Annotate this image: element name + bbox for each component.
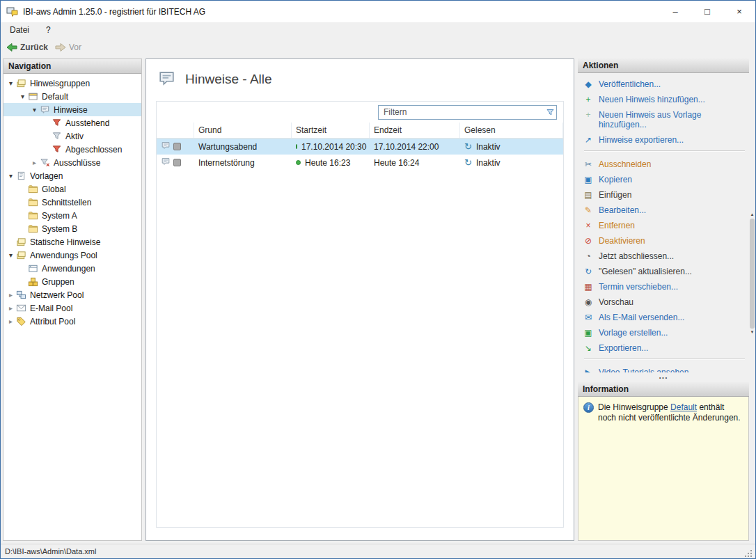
tree-item-global[interactable]: Global — [3, 182, 141, 196]
action-neuen-hinweis-hinzufügen[interactable]: +Neuen Hinweis hinzufügen... — [583, 95, 746, 104]
cell-gelesen: ↻Inaktiv — [460, 155, 563, 171]
filter-funnel-icon[interactable] — [544, 108, 556, 117]
expander-expanded-icon[interactable]: ▾ — [18, 90, 27, 103]
action-jetzt-abschliessen[interactable]: ◔Jetzt abschliessen... — [583, 251, 746, 261]
action-ausschneiden[interactable]: ✂Ausschneiden — [583, 159, 746, 169]
tree-item-label: Netzwerk Pool — [27, 290, 86, 300]
tree-item-abgeschlossen[interactable]: Abgeschlossen — [3, 143, 141, 156]
back-arrow-icon — [6, 42, 17, 52]
minimize-button[interactable]: – — [659, 1, 691, 22]
expander-collapsed-icon[interactable]: ▸ — [6, 301, 15, 315]
tree-item-label: Schnittstellen — [39, 198, 94, 207]
menu-item-help[interactable]: ? — [46, 25, 51, 35]
back-button-label: Zurück — [20, 42, 48, 52]
cell-startzeit: 17.10.2014 20:30 — [292, 139, 370, 155]
folder-icon — [27, 197, 39, 207]
tree-item-anwendungen[interactable]: Anwendungen — [3, 262, 141, 275]
filter-red-icon — [51, 144, 63, 155]
action-bearbeiten[interactable]: ✎Bearbeiten... — [583, 205, 746, 215]
tree-item-system-b[interactable]: System B — [3, 222, 141, 235]
actions-overflow[interactable]: ... — [578, 372, 749, 382]
tree-item-hinweisgruppen[interactable]: ▾Hinweisgruppen — [3, 77, 141, 90]
action-exportieren[interactable]: ↘Exportieren... — [583, 343, 746, 353]
tree-item-schnittstellen[interactable]: Schnittstellen — [3, 196, 141, 209]
expander-collapsed-icon[interactable]: ▸ — [6, 288, 15, 301]
actions-scrollbar[interactable]: ▲ ▼ — [749, 58, 755, 541]
filter-input[interactable] — [379, 107, 544, 117]
action-label: Einfügen — [599, 190, 631, 200]
expander-expanded-icon[interactable]: ▾ — [6, 249, 15, 262]
tree-item-label: E-Mail Pool — [27, 304, 75, 313]
forward-button[interactable]: Vor — [55, 42, 81, 52]
action-vorschau[interactable]: ◉Vorschau — [583, 297, 746, 307]
tree-item-label: Attribut Pool — [27, 317, 78, 326]
expander-expanded-icon[interactable]: ▾ — [6, 77, 15, 90]
navigation-tree: ▾Hinweisgruppen▾Default▾HinweiseAusstehe… — [3, 74, 141, 540]
column-header-endzeit[interactable]: Endzeit — [370, 123, 460, 138]
action-kopieren[interactable]: ▣Kopieren — [583, 175, 746, 184]
column-header-gelesen[interactable]: Gelesen — [460, 123, 563, 138]
expander-collapsed-icon[interactable]: ▸ — [6, 315, 15, 328]
action-deaktivieren[interactable]: ⊘Deaktivieren — [583, 236, 746, 246]
tree-item-vorlagen[interactable]: ▾Vorlagen — [3, 169, 141, 182]
information-text-before: Die Hinweisgruppe — [598, 402, 670, 412]
row-icons — [157, 155, 194, 171]
action-label: Neuen Hinweis aus Vorlage hinzufügen... — [599, 110, 746, 129]
publish-icon: ◆ — [583, 79, 594, 89]
action-entfernen[interactable]: ×Entfernen — [583, 221, 746, 230]
scrollbar-thumb[interactable] — [750, 219, 755, 329]
column-header-grund[interactable]: Grund — [194, 123, 292, 138]
table-row-wartungsabend[interactable]: Wartungsabend17.10.2014 20:3017.10.2014 … — [157, 139, 563, 155]
refresh-circle-icon: ↻ — [464, 157, 472, 168]
action-termin-verschieben[interactable]: ▦Termin verschieben... — [583, 282, 746, 292]
pool-icon — [15, 250, 27, 260]
tree-item-ausstehend[interactable]: Ausstehend — [3, 116, 141, 129]
tree-item-system-a[interactable]: System A — [3, 209, 141, 222]
maximize-button[interactable]: □ — [691, 1, 723, 22]
table-row-internetstörung[interactable]: InternetstörungHeute 16:23Heute 16:24↻In… — [157, 155, 563, 171]
notes-title-icon — [157, 69, 176, 90]
tree-item-ausschlüsse[interactable]: ▸Ausschlüsse — [3, 156, 141, 169]
template-icon — [15, 171, 27, 181]
tree-item-attribut-pool[interactable]: ▸Attribut Pool — [3, 315, 141, 328]
action-vorlage-erstellen[interactable]: ▣Vorlage erstellen... — [583, 328, 746, 338]
tree-item-gruppen[interactable]: Gruppen — [3, 275, 141, 288]
scroll-up-icon[interactable]: ▲ — [750, 212, 755, 218]
add-note-icon: + — [583, 95, 594, 104]
action-gelesen-aktualisieren[interactable]: ↻"Gelesen" aktualisieren... — [583, 267, 746, 276]
scroll-down-icon[interactable]: ▼ — [750, 329, 755, 336]
tree-item-statische-hinweise[interactable]: Statische Hinweise — [3, 235, 141, 249]
tree-item-default[interactable]: ▾Default — [3, 90, 141, 103]
expander-expanded-icon[interactable]: ▾ — [6, 169, 15, 182]
expander-expanded-icon[interactable]: ▾ — [30, 103, 39, 116]
tree-item-e-mail-pool[interactable]: ▸E-Mail Pool — [3, 301, 141, 315]
tree-item-label: Ausstehend — [63, 118, 112, 128]
notes-stack-icon — [15, 237, 27, 247]
tree-item-label: Gruppen — [39, 277, 77, 287]
cell-endzeit: 17.10.2014 22:00 — [370, 139, 460, 155]
tree-item-label: Aktiv — [63, 132, 86, 141]
tree-item-anwendungs-pool[interactable]: ▾Anwendungs Pool — [3, 249, 141, 262]
tree-item-hinweise[interactable]: ▾Hinweise — [3, 103, 141, 116]
column-header-icon[interactable] — [157, 123, 194, 138]
video-icon: ▶ — [583, 368, 594, 372]
back-button[interactable]: Zurück — [6, 42, 48, 52]
action-veröffentlichen[interactable]: ◆Veröffentlichen... — [583, 79, 746, 89]
action-als-e-mail-versenden[interactable]: ✉Als E-Mail versenden... — [583, 313, 746, 322]
menu-item-datei[interactable]: Datei — [10, 25, 29, 35]
tree-item-aktiv[interactable]: Aktiv — [3, 129, 141, 143]
action-hinweise-exportieren[interactable]: ↗Hinweise exportieren... — [583, 135, 746, 145]
action-label: Neuen Hinweis hinzufügen... — [599, 95, 705, 104]
action-einfügen[interactable]: ▤Einfügen — [583, 190, 746, 200]
action-neuen-hinweis-aus-vorlage-hinzufügen[interactable]: +Neuen Hinweis aus Vorlage hinzufügen... — [583, 110, 746, 129]
expander-collapsed-icon[interactable]: ▸ — [30, 156, 39, 169]
tree-item-netzwerk-pool[interactable]: ▸Netzwerk Pool — [3, 288, 141, 301]
app-icon[interactable] — [6, 6, 19, 17]
resize-grip[interactable] — [744, 549, 753, 558]
column-header-startzeit[interactable]: Startzeit — [292, 123, 370, 138]
export-icon: ↘ — [583, 343, 594, 353]
close-button[interactable]: × — [723, 1, 755, 22]
default-group-link[interactable]: Default — [670, 402, 697, 412]
cell-endzeit: Heute 16:24 — [370, 155, 460, 171]
titlebar: IBI-aws Admin 1.25.0 - registriert für I… — [1, 1, 755, 22]
